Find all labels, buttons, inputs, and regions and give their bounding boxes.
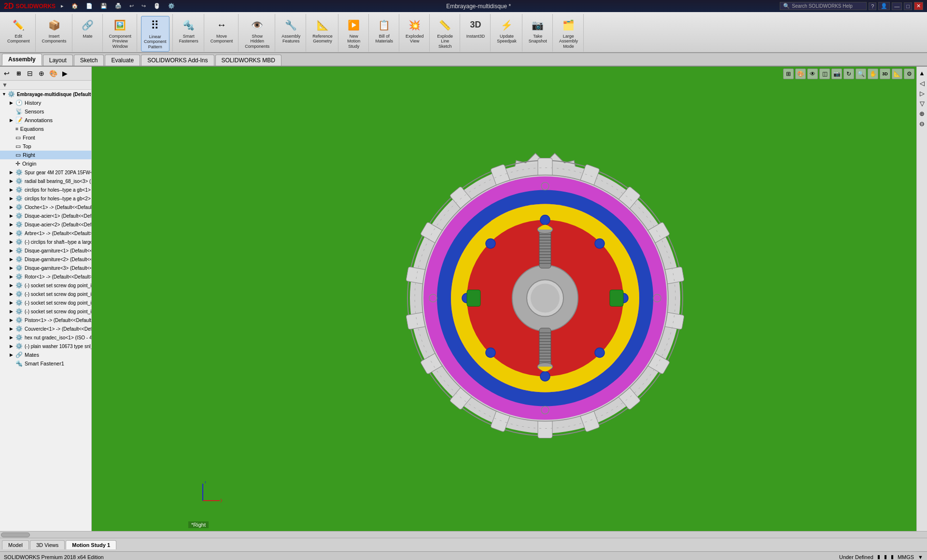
tree-item-sss4[interactable]: ▶ ⚙️ (-) socket set screw dog point_iso<…: [0, 307, 91, 316]
nav-arrow[interactable]: ▸: [58, 2, 66, 10]
tree-item-arbre[interactable]: ▶ ⚙️ Arbre<1> -> (Default<<Default>_Pho.…: [0, 229, 91, 238]
take-snapshot-btn[interactable]: 📷 TakeSnapshot: [526, 16, 549, 46]
tree-item-circlip1[interactable]: ▶ ⚙️ circlips for holes--type a gb<1> (G…: [0, 185, 91, 194]
rebuild-btn[interactable]: ⚙️: [166, 2, 177, 10]
vp-view-orient-btn[interactable]: ⊞: [783, 69, 794, 79]
search-box[interactable]: 🔍 Search SOLIDWORKS Help: [780, 2, 867, 10]
save-btn[interactable]: 💾: [98, 2, 110, 10]
tree-item-radial-bearing[interactable]: ▶ ⚙️ radial ball bearing_68_iso<3> (ISO …: [0, 177, 91, 185]
edit-component-btn[interactable]: ✏️ EditComponent: [5, 16, 32, 46]
redo-btn[interactable]: ↪: [139, 2, 148, 10]
print-btn[interactable]: 🖨️: [112, 2, 124, 10]
right-panel-btn-5[interactable]: ⊕: [918, 109, 927, 118]
linear-pattern-btn[interactable]: ⠿ LinearComponentPattern: [141, 16, 169, 52]
tree-item-sss3[interactable]: ▶ ⚙️ (-) socket set screw dog point_iso<…: [0, 298, 91, 307]
user-btn[interactable]: 👤: [878, 2, 890, 10]
insert-components-btn[interactable]: 📦 InsertComponents: [40, 16, 69, 46]
tree-item-right[interactable]: ▭ Right: [0, 151, 91, 159]
bill-of-materials-btn[interactable]: 📋 Bill ofMaterials: [373, 16, 396, 46]
tree-item-dg2[interactable]: ▶ ⚙️ Disque-garniture<2> (Default<<Defa.…: [0, 255, 91, 264]
sidebar-config-mgr-btn[interactable]: ⊕: [36, 68, 47, 79]
vp-rotate-btn[interactable]: ↻: [843, 69, 854, 79]
help-btn[interactable]: ?: [869, 2, 876, 10]
exploded-view-btn[interactable]: 💥 ExplodedView: [403, 16, 426, 46]
vp-pan-btn[interactable]: ✋: [868, 69, 878, 79]
tree-item-root[interactable]: ▼ ⚙️ Embrayage-multidisque (Default<Defa…: [0, 90, 91, 98]
tree-item-sensors[interactable]: 📡 Sensors: [0, 107, 91, 116]
vp-section-view-btn[interactable]: ◫: [819, 69, 830, 79]
horizontal-scrollbar[interactable]: [0, 531, 927, 538]
tree-item-front[interactable]: ▭ Front: [0, 133, 91, 142]
tree-item-dg1[interactable]: ▶ ⚙️ Disque-garniture<1> (Default<<Defa.…: [0, 246, 91, 255]
tree-item-smart-fastener1[interactable]: 🔩 Smart Fastener1: [0, 359, 91, 368]
tree-item-cloche[interactable]: ▶ ⚙️ Cloche<1> -> (Default<<Default>_Ph.…: [0, 203, 91, 211]
bottom-tab-motion-study[interactable]: Motion Study 1: [66, 540, 116, 549]
tab-assembly[interactable]: Assembly: [2, 54, 42, 66]
vp-zoom-btn[interactable]: 🔍: [856, 69, 866, 79]
tree-item-annotations[interactable]: ▶ 📝 Annotations: [0, 116, 91, 125]
vp-display-style-btn[interactable]: 🎨: [795, 69, 806, 79]
tree-item-origin[interactable]: ✛ Origin: [0, 159, 91, 168]
tab-layout[interactable]: Layout: [43, 55, 73, 66]
right-panel-btn-1[interactable]: ▲: [918, 69, 927, 77]
reference-geometry-btn[interactable]: 📐 ReferenceGeometry: [310, 16, 335, 46]
tab-solidworks-addins[interactable]: SOLIDWORKS Add-Ins: [141, 55, 214, 66]
tree-item-piston[interactable]: ▶ ⚙️ Piston<1> -> (Default<<Default>_Ph.…: [0, 316, 91, 324]
large-assembly-btn[interactable]: 🗂️ LargeAssemblyMode: [557, 16, 580, 51]
new-btn[interactable]: 📄: [84, 2, 95, 10]
viewport[interactable]: ⊞ 🎨 👁 ◫ 📷 ↻ 🔍 ✋ 3D 📐 ⚙: [92, 67, 916, 531]
right-panel-btn-2[interactable]: ◁: [918, 79, 927, 87]
tree-item-disque-acier1[interactable]: ▶ ⚙️ Disque-acier<1> (Default<<Default>.…: [0, 211, 91, 220]
right-panel-btn-4[interactable]: ▽: [918, 99, 927, 108]
tab-sketch[interactable]: Sketch: [74, 55, 104, 66]
new-motion-study-btn[interactable]: ▶️ NewMotionStudy: [342, 16, 365, 51]
smart-fasteners-btn[interactable]: 🔩 SmartFasteners: [177, 16, 201, 46]
sidebar-back-btn[interactable]: ↩: [1, 68, 12, 79]
tree-item-sss2[interactable]: ▶ ⚙️ (-) socket set screw dog point_iso<…: [0, 290, 91, 298]
tree-item-disque-acier2[interactable]: ▶ ⚙️ Disque-acier<2> (Default<<Default>.…: [0, 220, 91, 229]
tree-item-circlip2[interactable]: ▶ ⚙️ circlips for holes--type a gb<2> (G…: [0, 194, 91, 203]
bottom-tab-model[interactable]: Model: [2, 540, 29, 549]
sidebar-property-mgr-btn[interactable]: ⊟: [25, 68, 35, 79]
tree-item-equations[interactable]: = Equations: [0, 125, 91, 133]
assembly-features-btn[interactable]: 🔧 AssemblyFeatures: [279, 16, 303, 46]
units-dropdown-arrow[interactable]: ▼: [918, 554, 923, 560]
close-btn[interactable]: ✕: [914, 2, 923, 10]
vp-settings-btn[interactable]: ⚙: [904, 69, 914, 79]
scroll-thumb-h[interactable]: [1, 532, 30, 537]
undo-btn[interactable]: ↩: [127, 2, 136, 10]
tree-item-history[interactable]: ▶ 🕐 History: [0, 98, 91, 107]
tab-solidworks-mbd[interactable]: SOLIDWORKS MBD: [215, 55, 281, 66]
mate-btn[interactable]: 🔗 Mate: [76, 16, 99, 41]
tree-item-sss1[interactable]: ▶ ⚙️ (-) socket set screw dog point_iso<…: [0, 281, 91, 290]
vp-camera-btn[interactable]: 📷: [831, 69, 842, 79]
tree-item-plain-washer[interactable]: ▶ ⚙️ (-) plain washer 10673 type snl_iso…: [0, 342, 91, 350]
sidebar-display-mgr-btn[interactable]: ▶: [59, 68, 70, 79]
home-btn[interactable]: 🏠: [69, 2, 81, 10]
component-preview-btn[interactable]: 🖼️ ComponentPreviewWindow: [107, 16, 134, 51]
tree-item-top[interactable]: ▭ Top: [0, 142, 91, 151]
explode-line-btn[interactable]: 📏 ExplodeLineSketch: [434, 16, 457, 51]
sidebar-feature-mgr-btn[interactable]: ⊞: [13, 68, 24, 79]
tree-item-couvercle[interactable]: ▶ ⚙️ Couvercle<1> -> (Default<<Default>.…: [0, 324, 91, 333]
tab-evaluate[interactable]: Evaluate: [105, 55, 140, 66]
restore-btn[interactable]: □: [904, 2, 912, 10]
tree-item-mates[interactable]: ▶ 🔗 Mates: [0, 350, 91, 359]
sidebar-dim-expert-btn[interactable]: 🎨: [48, 68, 58, 79]
instant3d-btn[interactable]: 3D Instant3D: [464, 16, 488, 41]
update-speedpak-btn[interactable]: ⚡ UpdateSpeedpak: [494, 16, 519, 46]
tree-item-circlips-shaft[interactable]: ▶ ⚙️ (-) circlips for shaft--type a larg…: [0, 238, 91, 246]
right-panel-btn-6[interactable]: ⊖: [918, 119, 927, 128]
tree-item-rotor[interactable]: ▶ ⚙️ Rotor<1> -> (Default<<Default>_Pho.…: [0, 272, 91, 281]
bottom-tab-3d-views[interactable]: 3D Views: [30, 540, 65, 549]
select-btn[interactable]: 🖱️: [151, 2, 163, 10]
minimize-btn[interactable]: —: [892, 2, 902, 10]
vp-measure-btn[interactable]: 📐: [892, 69, 902, 79]
show-hidden-btn[interactable]: 👁️ ShowHiddenComponents: [242, 16, 272, 51]
move-component-btn[interactable]: ↔️ MoveComponent: [208, 16, 236, 46]
tree-item-spur-gear[interactable]: ▶ ⚙️ Spur gear 4M 20T 20PA 15FW<1> (Def.…: [0, 168, 91, 177]
vp-3d-btn[interactable]: 3D: [880, 69, 890, 79]
right-panel-btn-3[interactable]: ▷: [918, 89, 927, 98]
tree-item-hex-nut[interactable]: ▶ ⚙️ hex nut gradec_iso<1> (ISO - 4034 -…: [0, 333, 91, 342]
vp-hide-show-btn[interactable]: 👁: [807, 69, 818, 79]
